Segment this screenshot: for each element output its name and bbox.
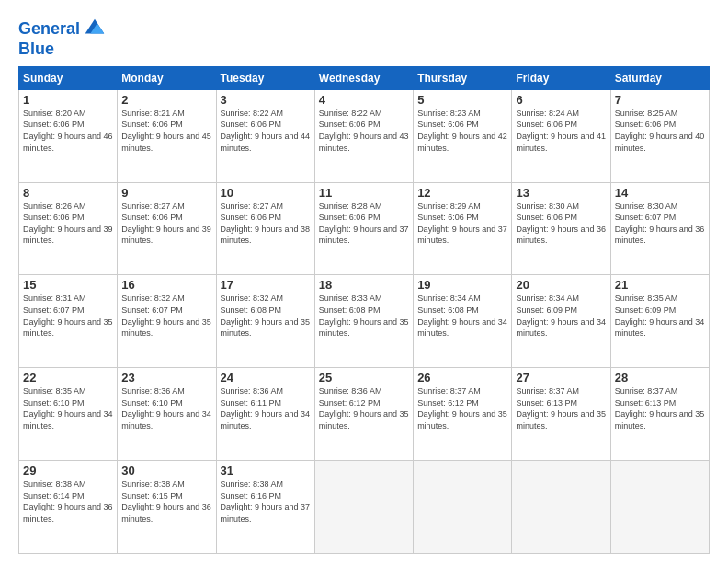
day-info: Sunrise: 8:30 AM Sunset: 6:06 PM Dayligh… xyxy=(516,201,606,247)
day-number: 11 xyxy=(319,186,409,200)
calendar-cell: 4Sunrise: 8:22 AM Sunset: 6:06 PM Daylig… xyxy=(314,89,413,182)
day-number: 22 xyxy=(23,371,113,385)
day-info: Sunrise: 8:35 AM Sunset: 6:10 PM Dayligh… xyxy=(23,385,113,431)
calendar-cell: 10Sunrise: 8:27 AM Sunset: 6:06 PM Dayli… xyxy=(216,182,314,275)
day-number: 20 xyxy=(516,278,606,292)
calendar-cell: 3Sunrise: 8:22 AM Sunset: 6:06 PM Daylig… xyxy=(216,89,314,182)
day-number: 12 xyxy=(417,186,507,200)
calendar-cell: 6Sunrise: 8:24 AM Sunset: 6:06 PM Daylig… xyxy=(512,89,610,182)
day-info: Sunrise: 8:32 AM Sunset: 6:08 PM Dayligh… xyxy=(221,293,311,339)
day-number: 31 xyxy=(221,464,311,477)
day-info: Sunrise: 8:34 AM Sunset: 6:09 PM Dayligh… xyxy=(516,293,606,339)
day-info: Sunrise: 8:28 AM Sunset: 6:06 PM Dayligh… xyxy=(319,201,409,247)
day-info: Sunrise: 8:38 AM Sunset: 6:15 PM Dayligh… xyxy=(121,478,211,524)
day-number: 23 xyxy=(121,371,211,385)
day-number: 28 xyxy=(615,371,705,385)
day-number: 4 xyxy=(319,93,409,107)
day-number: 3 xyxy=(221,93,311,107)
calendar-cell: 23Sunrise: 8:36 AM Sunset: 6:10 PM Dayli… xyxy=(118,368,216,461)
day-info: Sunrise: 8:38 AM Sunset: 6:16 PM Dayligh… xyxy=(221,478,311,524)
calendar-cell: 20Sunrise: 8:34 AM Sunset: 6:09 PM Dayli… xyxy=(512,275,610,368)
calendar-cell xyxy=(314,461,413,554)
day-number: 7 xyxy=(615,93,705,107)
day-number: 2 xyxy=(121,93,211,107)
calendar-cell: 14Sunrise: 8:30 AM Sunset: 6:07 PM Dayli… xyxy=(610,182,709,275)
weekday-header-thursday: Thursday xyxy=(414,66,512,89)
weekday-header-friday: Friday xyxy=(512,66,610,89)
calendar-cell: 30Sunrise: 8:38 AM Sunset: 6:15 PM Dayli… xyxy=(118,461,216,554)
day-number: 14 xyxy=(615,186,705,200)
calendar-cell xyxy=(414,461,512,554)
weekday-header-row: SundayMondayTuesdayWednesdayThursdayFrid… xyxy=(19,66,710,89)
day-info: Sunrise: 8:36 AM Sunset: 6:11 PM Dayligh… xyxy=(221,385,311,431)
calendar-week-3: 15Sunrise: 8:31 AM Sunset: 6:07 PM Dayli… xyxy=(19,275,710,368)
day-info: Sunrise: 8:25 AM Sunset: 6:06 PM Dayligh… xyxy=(615,108,705,154)
day-number: 15 xyxy=(23,278,113,292)
day-number: 8 xyxy=(23,186,113,200)
calendar-cell xyxy=(610,461,709,554)
day-info: Sunrise: 8:23 AM Sunset: 6:06 PM Dayligh… xyxy=(417,108,507,154)
logo-icon xyxy=(82,15,108,40)
calendar-cell: 29Sunrise: 8:38 AM Sunset: 6:14 PM Dayli… xyxy=(19,461,118,554)
calendar-cell: 25Sunrise: 8:36 AM Sunset: 6:12 PM Dayli… xyxy=(314,368,413,461)
weekday-header-monday: Monday xyxy=(118,66,216,89)
day-info: Sunrise: 8:22 AM Sunset: 6:06 PM Dayligh… xyxy=(319,108,409,154)
day-info: Sunrise: 8:24 AM Sunset: 6:06 PM Dayligh… xyxy=(516,108,606,154)
calendar-cell: 8Sunrise: 8:26 AM Sunset: 6:06 PM Daylig… xyxy=(19,182,118,275)
calendar-cell: 28Sunrise: 8:37 AM Sunset: 6:13 PM Dayli… xyxy=(610,368,709,461)
day-info: Sunrise: 8:38 AM Sunset: 6:14 PM Dayligh… xyxy=(23,478,113,524)
calendar-cell: 11Sunrise: 8:28 AM Sunset: 6:06 PM Dayli… xyxy=(314,182,413,275)
calendar-cell xyxy=(512,461,610,554)
calendar-cell: 7Sunrise: 8:25 AM Sunset: 6:06 PM Daylig… xyxy=(610,89,709,182)
calendar-week-1: 1Sunrise: 8:20 AM Sunset: 6:06 PM Daylig… xyxy=(19,89,710,182)
day-number: 16 xyxy=(121,278,211,292)
calendar-cell: 2Sunrise: 8:21 AM Sunset: 6:06 PM Daylig… xyxy=(118,89,216,182)
day-info: Sunrise: 8:35 AM Sunset: 6:09 PM Dayligh… xyxy=(615,293,705,339)
day-number: 30 xyxy=(121,464,211,477)
day-info: Sunrise: 8:32 AM Sunset: 6:07 PM Dayligh… xyxy=(121,293,211,339)
calendar-week-5: 29Sunrise: 8:38 AM Sunset: 6:14 PM Dayli… xyxy=(19,461,710,554)
weekday-header-saturday: Saturday xyxy=(610,66,709,89)
day-number: 17 xyxy=(221,278,311,292)
day-info: Sunrise: 8:37 AM Sunset: 6:13 PM Dayligh… xyxy=(615,385,705,431)
weekday-header-tuesday: Tuesday xyxy=(216,66,314,89)
day-info: Sunrise: 8:37 AM Sunset: 6:12 PM Dayligh… xyxy=(417,385,507,431)
calendar-cell: 15Sunrise: 8:31 AM Sunset: 6:07 PM Dayli… xyxy=(19,275,118,368)
calendar-week-2: 8Sunrise: 8:26 AM Sunset: 6:06 PM Daylig… xyxy=(19,182,710,275)
day-number: 19 xyxy=(417,278,507,292)
day-info: Sunrise: 8:29 AM Sunset: 6:06 PM Dayligh… xyxy=(417,201,507,247)
day-info: Sunrise: 8:36 AM Sunset: 6:10 PM Dayligh… xyxy=(121,385,211,431)
calendar-cell: 5Sunrise: 8:23 AM Sunset: 6:06 PM Daylig… xyxy=(414,89,512,182)
day-info: Sunrise: 8:30 AM Sunset: 6:07 PM Dayligh… xyxy=(615,201,705,247)
day-info: Sunrise: 8:20 AM Sunset: 6:06 PM Dayligh… xyxy=(23,108,113,154)
day-info: Sunrise: 8:37 AM Sunset: 6:13 PM Dayligh… xyxy=(516,385,606,431)
day-number: 27 xyxy=(516,371,606,385)
calendar-cell: 21Sunrise: 8:35 AM Sunset: 6:09 PM Dayli… xyxy=(610,275,709,368)
day-info: Sunrise: 8:31 AM Sunset: 6:07 PM Dayligh… xyxy=(23,293,113,339)
day-number: 26 xyxy=(417,371,507,385)
day-number: 6 xyxy=(516,93,606,107)
day-info: Sunrise: 8:34 AM Sunset: 6:08 PM Dayligh… xyxy=(417,293,507,339)
calendar-cell: 16Sunrise: 8:32 AM Sunset: 6:07 PM Dayli… xyxy=(118,275,216,368)
header: General Blue xyxy=(18,15,710,59)
calendar-cell: 24Sunrise: 8:36 AM Sunset: 6:11 PM Dayli… xyxy=(216,368,314,461)
day-info: Sunrise: 8:36 AM Sunset: 6:12 PM Dayligh… xyxy=(319,385,409,431)
calendar-cell: 17Sunrise: 8:32 AM Sunset: 6:08 PM Dayli… xyxy=(216,275,314,368)
calendar-cell: 22Sunrise: 8:35 AM Sunset: 6:10 PM Dayli… xyxy=(19,368,118,461)
day-number: 24 xyxy=(221,371,311,385)
day-number: 29 xyxy=(23,464,113,477)
day-info: Sunrise: 8:33 AM Sunset: 6:08 PM Dayligh… xyxy=(319,293,409,339)
calendar-cell: 18Sunrise: 8:33 AM Sunset: 6:08 PM Dayli… xyxy=(314,275,413,368)
day-number: 10 xyxy=(221,186,311,200)
day-number: 13 xyxy=(516,186,606,200)
logo-text-blue: Blue xyxy=(18,40,108,59)
day-info: Sunrise: 8:26 AM Sunset: 6:06 PM Dayligh… xyxy=(23,201,113,247)
logo: General Blue xyxy=(18,18,108,59)
day-info: Sunrise: 8:22 AM Sunset: 6:06 PM Dayligh… xyxy=(221,108,311,154)
day-number: 18 xyxy=(319,278,409,292)
calendar-cell: 27Sunrise: 8:37 AM Sunset: 6:13 PM Dayli… xyxy=(512,368,610,461)
weekday-header-wednesday: Wednesday xyxy=(314,66,413,89)
weekday-header-sunday: Sunday xyxy=(19,66,118,89)
calendar-cell: 13Sunrise: 8:30 AM Sunset: 6:06 PM Dayli… xyxy=(512,182,610,275)
calendar-cell: 12Sunrise: 8:29 AM Sunset: 6:06 PM Dayli… xyxy=(414,182,512,275)
